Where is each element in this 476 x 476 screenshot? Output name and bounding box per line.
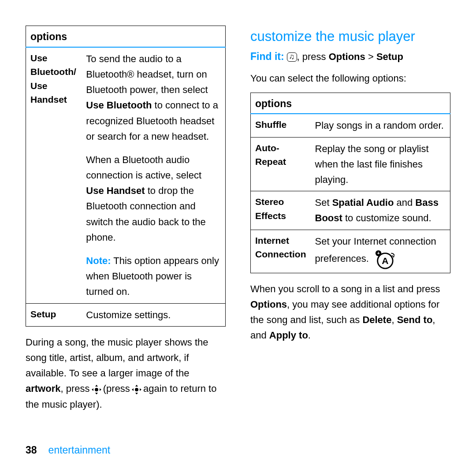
right-column: customize the music player Find it: ♫, p…: [238, 0, 476, 476]
left-column: options Use Bluetooth/ Use Handset To se…: [0, 0, 238, 476]
options-table-left: options Use Bluetooth/ Use Handset To se…: [26, 26, 226, 327]
section-heading: customize the music player: [250, 26, 450, 48]
bluetooth-option-desc: To send the audio to a Bluetooth® headse…: [82, 47, 225, 303]
setup-option-label: Setup: [26, 303, 82, 326]
internet-connection-label: Internet Connection: [251, 230, 311, 273]
options-table-right: options Shuffle Play songs in a random o…: [250, 93, 450, 273]
shuffle-desc: Play songs in a random order.: [311, 114, 450, 137]
svg-text:A: A: [382, 255, 388, 265]
auto-repeat-label: Auto- Repeat: [251, 137, 311, 191]
section-name: entertainment: [48, 444, 111, 456]
music-key-icon: ♫: [287, 52, 297, 62]
accessibility-icon: A +: [374, 249, 394, 269]
page-footer: 38entertainment: [26, 442, 110, 458]
lead-text: You can select the following options:: [250, 71, 450, 86]
bt-para-2: When a Bluetooth audio connection is act…: [86, 152, 221, 245]
auto-repeat-desc: Replay the song or playlist when the las…: [311, 137, 450, 191]
nav-key-icon: [93, 386, 100, 394]
internet-connection-desc: Set your Internet connection preferences…: [311, 230, 450, 273]
artwork-paragraph: During a song, the music player shows th…: [26, 335, 226, 412]
nav-key-icon: [133, 386, 141, 394]
bt-note: Note: This option appears only when Blue…: [86, 253, 221, 300]
options-header: options: [26, 26, 226, 47]
options-header: options: [251, 93, 450, 114]
manual-page: options Use Bluetooth/ Use Handset To se…: [0, 0, 476, 476]
stereo-effects-desc: Set Spatial Audio and Bass Boost to cust…: [311, 191, 450, 230]
stereo-effects-label: Stereo Effects: [251, 191, 311, 230]
find-it-line: Find it: ♫, press Options > Setup: [250, 48, 450, 65]
page-number: 38: [26, 444, 37, 456]
bluetooth-option-label: Use Bluetooth/ Use Handset: [26, 47, 82, 303]
bt-para-1: To send the audio to a Bluetooth® headse…: [86, 51, 221, 144]
trailing-paragraph: When you scroll to a song in a list and …: [250, 281, 450, 343]
setup-option-desc: Customize settings.: [82, 303, 225, 326]
svg-text:+: +: [377, 250, 379, 256]
shuffle-label: Shuffle: [251, 114, 311, 137]
